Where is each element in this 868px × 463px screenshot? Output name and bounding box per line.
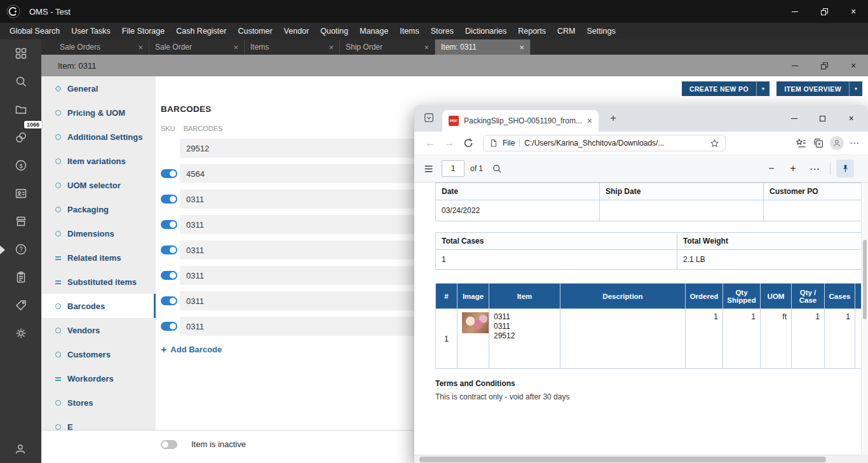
menu-items[interactable]: Items [394, 23, 425, 39]
favorites-hub-icon[interactable] [796, 137, 807, 149]
forward-button[interactable]: → [440, 137, 459, 149]
browser-maximize-button[interactable] [808, 105, 837, 132]
nav-general[interactable]: General [41, 76, 156, 100]
nav-barcodes[interactable]: Barcodes [41, 294, 156, 318]
menu-cash-register[interactable]: Cash Register [170, 23, 232, 39]
sidebar-store-icon[interactable] [15, 215, 27, 228]
menu-crm[interactable]: CRM [552, 23, 581, 39]
sidebar-files-icon[interactable] [15, 103, 27, 116]
sidebar-expand-arrow[interactable] [0, 245, 5, 254]
pdf-search-icon[interactable] [492, 163, 502, 174]
browser-tab[interactable]: PDF PackingSlip_SHO-0051190_from... × [442, 110, 599, 132]
barcode-toggle[interactable] [161, 220, 177, 229]
refresh-button[interactable] [459, 138, 478, 148]
barcode-toggle[interactable] [161, 322, 177, 331]
app-minimize-button[interactable] [780, 0, 810, 23]
nav-customers[interactable]: Customers [41, 342, 156, 366]
barcode-toggle[interactable] [161, 296, 177, 305]
barcode-toggle[interactable] [161, 245, 177, 254]
nav-vendors[interactable]: Vendors [41, 318, 156, 342]
view-options-icon[interactable] [423, 163, 434, 174]
new-tab-button[interactable]: + [606, 111, 620, 126]
barcode-toggle[interactable] [161, 169, 177, 178]
pin-toolbar-button[interactable] [836, 160, 854, 177]
zoom-out-button[interactable]: − [762, 159, 781, 178]
tab-close-icon[interactable]: × [587, 116, 592, 126]
nav-dimensions[interactable]: Dimensions [41, 221, 156, 245]
browser-minimize-button[interactable] [780, 105, 808, 132]
menu-global-search[interactable]: Global Search [4, 23, 65, 39]
tab-close-icon[interactable]: × [233, 43, 238, 52]
item-close-button[interactable]: × [839, 55, 868, 76]
sidebar-dashboard-icon[interactable] [15, 47, 27, 60]
sidebar-tags-icon[interactable] [15, 299, 27, 312]
sidebar-finance-icon[interactable]: $ [15, 159, 27, 172]
menu-file-storage[interactable]: File Storage [116, 23, 170, 39]
nav-additional-settings[interactable]: Additional Settings [41, 125, 156, 149]
item-restore-button[interactable] [810, 55, 839, 76]
menu-dictionaries[interactable]: Dictionaries [459, 23, 512, 39]
sidebar-contacts-icon[interactable] [15, 187, 27, 200]
sidebar-settings-icon[interactable] [15, 327, 27, 340]
chevron-down-icon: ▼ [761, 86, 766, 91]
browser-more-button[interactable]: ⋯ [850, 137, 859, 149]
horizontal-scroll-thumb[interactable] [419, 457, 826, 462]
tab-close-icon[interactable]: × [329, 43, 334, 52]
zoom-in-button[interactable]: + [783, 159, 803, 178]
browser-close-button[interactable]: × [837, 105, 865, 132]
item-overview-button[interactable]: ITEM OVERVIEW [776, 81, 849, 96]
nav-pricing-uom[interactable]: Pricing & UOM [41, 100, 156, 125]
tab-actions-icon[interactable] [423, 112, 435, 123]
menu-reports[interactable]: Reports [512, 23, 552, 39]
address-bar[interactable]: File C:/Users/Karina_Shchitova/Downloads… [483, 135, 726, 151]
column-header: Date [436, 183, 600, 200]
menu-user-tasks[interactable]: User Tasks [65, 23, 116, 39]
sidebar-cash-icon[interactable] [15, 131, 27, 144]
menu-quoting[interactable]: Quoting [315, 23, 354, 39]
tab-item-0311[interactable]: Item: 0311× [435, 39, 531, 55]
tab-close-icon[interactable]: × [424, 43, 429, 52]
menu-stores[interactable]: Stores [425, 23, 459, 39]
item-minimize-button[interactable] [780, 55, 810, 76]
create-new-po-button[interactable]: CREATE NEW PO [682, 81, 756, 96]
menu-customer[interactable]: Customer [232, 23, 278, 39]
profile-avatar[interactable] [830, 136, 844, 150]
nav-substituted-items[interactable]: Substituted items [41, 270, 156, 294]
barcode-toggle[interactable] [161, 271, 177, 280]
back-button[interactable]: ← [421, 137, 440, 149]
tab-sale-order[interactable]: Sale Order× [149, 39, 245, 55]
favorite-star-icon[interactable] [710, 139, 719, 148]
tab-items[interactable]: Items× [245, 39, 340, 55]
tab-sale-orders[interactable]: Sale Orders× [54, 39, 149, 55]
nav-workorders[interactable]: Workorders [41, 366, 156, 390]
tab-ship-order[interactable]: Ship Order× [340, 39, 435, 55]
sidebar-support-icon[interactable]: ? [15, 243, 27, 256]
sidebar-search-icon[interactable] [15, 75, 27, 88]
item-overview-dropdown[interactable]: ▼ [849, 81, 862, 96]
barcode-toggle[interactable] [161, 195, 177, 204]
menu-settings[interactable]: Settings [581, 23, 621, 39]
nav-packaging[interactable]: Packaging [41, 197, 156, 221]
create-new-po-dropdown[interactable]: ▼ [756, 81, 770, 96]
vertical-scroll-thumb[interactable] [863, 240, 867, 319]
nav-stores[interactable]: Stores [41, 390, 156, 415]
column-header: # [436, 284, 458, 309]
item-inactive-toggle[interactable] [161, 440, 177, 449]
nav-uom-selector[interactable]: UOM selector [41, 173, 156, 197]
page-number-input[interactable] [442, 160, 465, 177]
menu-vendor[interactable]: Vendor [278, 23, 315, 39]
tab-close-icon[interactable]: × [519, 43, 524, 52]
nav-item-variations[interactable]: Item variations [41, 149, 156, 173]
pdf-more-button[interactable]: ⋯ [805, 159, 824, 178]
collections-icon[interactable] [813, 137, 824, 149]
circle-icon [55, 400, 61, 406]
nav-clipped-item[interactable]: E [41, 415, 156, 430]
sidebar-tasks-icon[interactable] [15, 271, 27, 284]
menu-manage[interactable]: Manage [354, 23, 394, 39]
add-barcode-button[interactable]: + Add Barcode [161, 345, 222, 354]
tab-close-icon[interactable]: × [138, 43, 143, 52]
app-close-button[interactable]: × [839, 0, 868, 23]
sidebar-user-icon[interactable] [14, 443, 27, 455]
nav-related-items[interactable]: Related items [41, 245, 156, 270]
app-restore-button[interactable] [810, 0, 839, 23]
